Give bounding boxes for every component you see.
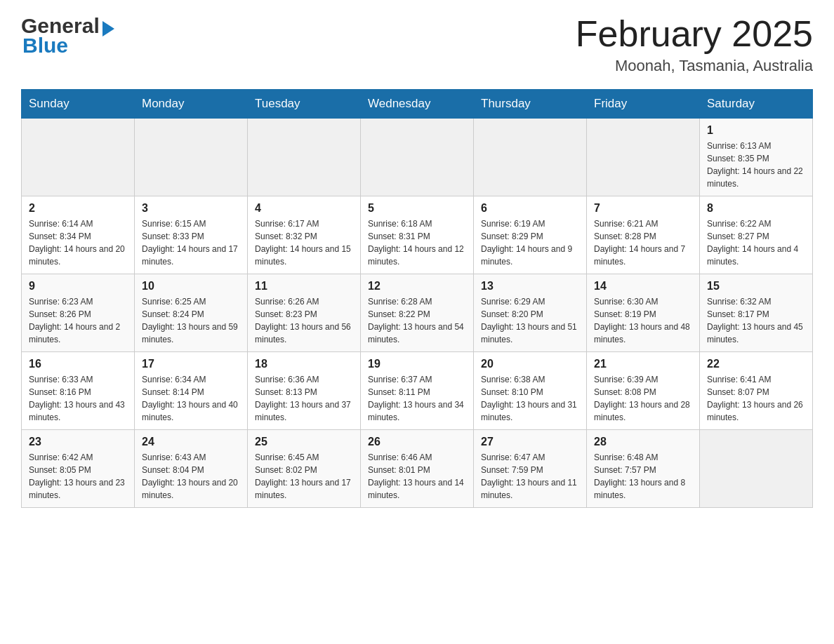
- day-number: 3: [142, 202, 240, 215]
- calendar-cell: 19Sunrise: 6:37 AMSunset: 8:11 PMDayligh…: [361, 352, 474, 430]
- day-info: Sunrise: 6:41 AMSunset: 8:07 PMDaylight:…: [707, 373, 805, 424]
- day-info: Sunrise: 6:19 AMSunset: 8:29 PMDaylight:…: [481, 217, 579, 268]
- day-number: 15: [707, 280, 805, 293]
- day-info: Sunrise: 6:33 AMSunset: 8:16 PMDaylight:…: [29, 373, 127, 424]
- day-number: 24: [142, 436, 240, 448]
- calendar-table: Sunday Monday Tuesday Wednesday Thursday…: [21, 89, 813, 508]
- day-info: Sunrise: 6:39 AMSunset: 8:08 PMDaylight:…: [594, 373, 692, 424]
- day-info: Sunrise: 6:30 AMSunset: 8:19 PMDaylight:…: [594, 295, 692, 346]
- calendar-cell: [361, 119, 474, 196]
- day-number: 18: [255, 358, 353, 370]
- day-number: 27: [481, 436, 579, 448]
- day-info: Sunrise: 6:48 AMSunset: 7:57 PMDaylight:…: [594, 451, 692, 502]
- day-info: Sunrise: 6:29 AMSunset: 8:20 PMDaylight:…: [481, 295, 579, 346]
- calendar-cell: 21Sunrise: 6:39 AMSunset: 8:08 PMDayligh…: [587, 352, 700, 430]
- title-block: February 2025 Moonah, Tasmania, Australi…: [576, 14, 813, 75]
- day-number: 4: [255, 202, 353, 215]
- calendar-week-5: 23Sunrise: 6:42 AMSunset: 8:05 PMDayligh…: [22, 430, 813, 508]
- day-info: Sunrise: 6:42 AMSunset: 8:05 PMDaylight:…: [29, 451, 127, 502]
- calendar-cell: 12Sunrise: 6:28 AMSunset: 8:22 PMDayligh…: [361, 274, 474, 352]
- day-info: Sunrise: 6:25 AMSunset: 8:24 PMDaylight:…: [142, 295, 240, 346]
- day-number: 8: [707, 202, 805, 215]
- calendar-cell: 17Sunrise: 6:34 AMSunset: 8:14 PMDayligh…: [135, 352, 248, 430]
- calendar-cell: 2Sunrise: 6:14 AMSunset: 8:34 PMDaylight…: [22, 196, 135, 274]
- calendar-cell: 15Sunrise: 6:32 AMSunset: 8:17 PMDayligh…: [700, 274, 813, 352]
- calendar-cell: 14Sunrise: 6:30 AMSunset: 8:19 PMDayligh…: [587, 274, 700, 352]
- day-info: Sunrise: 6:43 AMSunset: 8:04 PMDaylight:…: [142, 451, 240, 502]
- day-info: Sunrise: 6:17 AMSunset: 8:32 PMDaylight:…: [255, 217, 353, 268]
- calendar-cell: [474, 119, 587, 196]
- col-tuesday: Tuesday: [248, 90, 361, 119]
- calendar-cell: [22, 119, 135, 196]
- day-number: 6: [481, 202, 579, 215]
- day-info: Sunrise: 6:47 AMSunset: 7:59 PMDaylight:…: [481, 451, 579, 502]
- day-number: 20: [481, 358, 579, 370]
- day-number: 23: [29, 436, 127, 448]
- day-number: 10: [142, 280, 240, 293]
- day-number: 22: [707, 358, 805, 370]
- day-info: Sunrise: 6:36 AMSunset: 8:13 PMDaylight:…: [255, 373, 353, 424]
- calendar-week-1: 1Sunrise: 6:13 AMSunset: 8:35 PMDaylight…: [22, 119, 813, 196]
- calendar-cell: 10Sunrise: 6:25 AMSunset: 8:24 PMDayligh…: [135, 274, 248, 352]
- day-number: 11: [255, 280, 353, 293]
- day-number: 13: [481, 280, 579, 293]
- day-info: Sunrise: 6:28 AMSunset: 8:22 PMDaylight:…: [368, 295, 466, 346]
- day-number: 2: [29, 202, 127, 215]
- day-number: 16: [29, 358, 127, 370]
- calendar-cell: 6Sunrise: 6:19 AMSunset: 8:29 PMDaylight…: [474, 196, 587, 274]
- calendar-cell: 4Sunrise: 6:17 AMSunset: 8:32 PMDaylight…: [248, 196, 361, 274]
- calendar-cell: 9Sunrise: 6:23 AMSunset: 8:26 PMDaylight…: [22, 274, 135, 352]
- calendar-cell: 26Sunrise: 6:46 AMSunset: 8:01 PMDayligh…: [361, 430, 474, 508]
- day-info: Sunrise: 6:34 AMSunset: 8:14 PMDaylight:…: [142, 373, 240, 424]
- day-info: Sunrise: 6:32 AMSunset: 8:17 PMDaylight:…: [707, 295, 805, 346]
- calendar-cell: 23Sunrise: 6:42 AMSunset: 8:05 PMDayligh…: [22, 430, 135, 508]
- day-number: 5: [368, 202, 466, 215]
- day-info: Sunrise: 6:14 AMSunset: 8:34 PMDaylight:…: [29, 217, 127, 268]
- day-number: 19: [368, 358, 466, 370]
- calendar-cell: 22Sunrise: 6:41 AMSunset: 8:07 PMDayligh…: [700, 352, 813, 430]
- col-wednesday: Wednesday: [361, 90, 474, 119]
- calendar-header-row: Sunday Monday Tuesday Wednesday Thursday…: [22, 90, 813, 119]
- day-info: Sunrise: 6:26 AMSunset: 8:23 PMDaylight:…: [255, 295, 353, 346]
- calendar-cell: 7Sunrise: 6:21 AMSunset: 8:28 PMDaylight…: [587, 196, 700, 274]
- page-subtitle: Moonah, Tasmania, Australia: [576, 57, 813, 75]
- calendar-cell: [587, 119, 700, 196]
- calendar-cell: 24Sunrise: 6:43 AMSunset: 8:04 PMDayligh…: [135, 430, 248, 508]
- calendar-week-4: 16Sunrise: 6:33 AMSunset: 8:16 PMDayligh…: [22, 352, 813, 430]
- day-number: 28: [594, 436, 692, 448]
- day-number: 1: [707, 124, 805, 137]
- calendar-week-3: 9Sunrise: 6:23 AMSunset: 8:26 PMDaylight…: [22, 274, 813, 352]
- page-header: General Blue February 2025 Moonah, Tasma…: [21, 14, 813, 75]
- page-title: February 2025: [576, 14, 813, 54]
- calendar-week-2: 2Sunrise: 6:14 AMSunset: 8:34 PMDaylight…: [22, 196, 813, 274]
- col-thursday: Thursday: [474, 90, 587, 119]
- calendar-cell: 11Sunrise: 6:26 AMSunset: 8:23 PMDayligh…: [248, 274, 361, 352]
- day-info: Sunrise: 6:22 AMSunset: 8:27 PMDaylight:…: [707, 217, 805, 268]
- day-number: 21: [594, 358, 692, 370]
- day-info: Sunrise: 6:45 AMSunset: 8:02 PMDaylight:…: [255, 451, 353, 502]
- calendar-cell: 13Sunrise: 6:29 AMSunset: 8:20 PMDayligh…: [474, 274, 587, 352]
- day-info: Sunrise: 6:46 AMSunset: 8:01 PMDaylight:…: [368, 451, 466, 502]
- calendar-cell: 5Sunrise: 6:18 AMSunset: 8:31 PMDaylight…: [361, 196, 474, 274]
- day-info: Sunrise: 6:18 AMSunset: 8:31 PMDaylight:…: [368, 217, 466, 268]
- col-saturday: Saturday: [700, 90, 813, 119]
- calendar-cell: [700, 430, 813, 508]
- day-number: 7: [594, 202, 692, 215]
- calendar-cell: 16Sunrise: 6:33 AMSunset: 8:16 PMDayligh…: [22, 352, 135, 430]
- day-info: Sunrise: 6:38 AMSunset: 8:10 PMDaylight:…: [481, 373, 579, 424]
- calendar-cell: 1Sunrise: 6:13 AMSunset: 8:35 PMDaylight…: [700, 119, 813, 196]
- day-info: Sunrise: 6:13 AMSunset: 8:35 PMDaylight:…: [707, 140, 805, 190]
- calendar-cell: 3Sunrise: 6:15 AMSunset: 8:33 PMDaylight…: [135, 196, 248, 274]
- day-number: 26: [368, 436, 466, 448]
- calendar-cell: [135, 119, 248, 196]
- day-info: Sunrise: 6:21 AMSunset: 8:28 PMDaylight:…: [594, 217, 692, 268]
- calendar-cell: 18Sunrise: 6:36 AMSunset: 8:13 PMDayligh…: [248, 352, 361, 430]
- calendar-cell: 8Sunrise: 6:22 AMSunset: 8:27 PMDaylight…: [700, 196, 813, 274]
- day-info: Sunrise: 6:23 AMSunset: 8:26 PMDaylight:…: [29, 295, 127, 346]
- day-info: Sunrise: 6:37 AMSunset: 8:11 PMDaylight:…: [368, 373, 466, 424]
- day-number: 17: [142, 358, 240, 370]
- col-monday: Monday: [135, 90, 248, 119]
- day-info: Sunrise: 6:15 AMSunset: 8:33 PMDaylight:…: [142, 217, 240, 268]
- calendar-cell: 27Sunrise: 6:47 AMSunset: 7:59 PMDayligh…: [474, 430, 587, 508]
- col-sunday: Sunday: [22, 90, 135, 119]
